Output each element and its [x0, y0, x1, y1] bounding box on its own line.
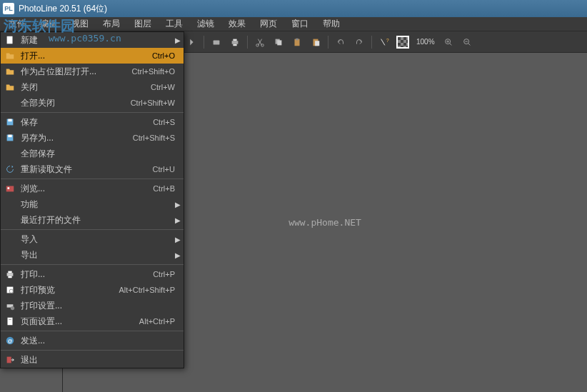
menubar: 文件 编辑 视图 布局 图层 工具 滤镜 效果 网页 窗口 帮助	[0, 17, 587, 31]
menu-item-label: 关闭	[19, 81, 151, 94]
menu-item-label: 打印预览	[19, 284, 119, 296]
separator	[328, 36, 328, 49]
menu-separator	[1, 229, 184, 230]
svg-rect-35	[8, 187, 10, 189]
menu-layer[interactable]: 图层	[127, 16, 159, 31]
menu-file[interactable]: 文件	[1, 16, 33, 31]
menu-edit[interactable]: 编辑	[33, 16, 64, 31]
print-icon	[1, 269, 19, 279]
zoom-in-button[interactable]	[441, 34, 456, 50]
page-icon	[1, 316, 19, 326]
menu-item-label: 发送...	[19, 335, 184, 347]
menu-separator	[1, 179, 184, 179]
svg-point-42	[11, 306, 14, 310]
setup-icon	[1, 301, 19, 311]
menu-item-shortcut: Alt+Ctrl+P	[139, 317, 184, 326]
svg-rect-20	[315, 41, 319, 46]
menu-item-label: 退出	[19, 354, 184, 366]
menu-item-label: 打印设置...	[19, 300, 184, 312]
menu-item-6[interactable]: 保存Ctrl+S	[1, 114, 184, 130]
menu-item-label: 功能	[19, 198, 172, 211]
open-icon	[1, 66, 19, 76]
menu-item-shortcut: Ctrl+W	[151, 83, 184, 91]
svg-rect-38	[8, 276, 11, 278]
open-icon	[1, 51, 19, 61]
new-icon	[1, 35, 19, 45]
watermark-center: www.pHome.NET	[289, 217, 361, 228]
menu-item-label: 全部关闭	[19, 97, 131, 109]
menu-item-20[interactable]: 打印设置...	[1, 298, 184, 313]
menu-item-shortcut: Ctrl+U	[153, 165, 184, 174]
svg-line-27	[468, 43, 470, 45]
menu-separator	[1, 350, 184, 351]
menu-item-label: 保存	[19, 116, 153, 129]
next-button[interactable]	[184, 34, 199, 50]
svg-rect-29	[7, 36, 13, 44]
exit-icon	[1, 355, 19, 365]
print-button[interactable]	[227, 34, 243, 50]
submenu-arrow-icon: ▶	[172, 251, 184, 259]
menu-web[interactable]: 网页	[253, 16, 284, 31]
cut-button[interactable]	[252, 34, 268, 50]
titlebar: PL PhotoLine 20.51 (64位)	[0, 0, 587, 17]
svg-rect-36	[7, 273, 14, 276]
menu-item-label: 导出	[19, 249, 172, 261]
menu-item-7[interactable]: 另存为...Ctrl+Shift+S	[1, 130, 184, 146]
help-button[interactable]: ?	[376, 34, 392, 50]
menu-effect[interactable]: 效果	[221, 16, 253, 31]
clipboard-button[interactable]	[308, 34, 323, 50]
menu-tool[interactable]: 工具	[159, 16, 190, 31]
menu-separator	[1, 264, 184, 265]
menu-item-shortcut: Ctrl+O	[152, 51, 184, 60]
svg-text:?: ?	[386, 38, 389, 43]
redo-button[interactable]	[351, 34, 367, 50]
menu-help[interactable]: 帮助	[316, 16, 347, 31]
menu-item-12[interactable]: 功能▶	[1, 196, 184, 212]
mail-icon: @	[1, 336, 19, 346]
menu-item-21[interactable]: 页面设置...Alt+Ctrl+P	[1, 313, 184, 329]
separator	[247, 36, 248, 49]
menu-item-8[interactable]: 全部保存	[1, 146, 184, 161]
zoom-out-button[interactable]	[459, 34, 475, 50]
scan-button[interactable]	[209, 34, 224, 50]
svg-rect-18	[296, 38, 298, 40]
svg-rect-16	[277, 40, 281, 45]
menu-item-25[interactable]: 退出	[1, 352, 184, 368]
menu-view[interactable]: 视图	[64, 16, 96, 31]
menu-item-23[interactable]: @发送...	[1, 333, 184, 348]
file-menu-dropdown: 新建▶打开...Ctrl+O作为占位图层打开...Ctrl+Shift+O关闭C…	[0, 31, 184, 368]
menu-item-label: 浏览...	[19, 183, 153, 195]
svg-rect-43	[8, 318, 13, 326]
menu-item-label: 新建	[19, 34, 172, 46]
svg-rect-31	[8, 119, 11, 122]
transparency-button[interactable]	[395, 34, 411, 50]
menu-item-15[interactable]: 导入▶	[1, 231, 184, 247]
menu-item-18[interactable]: 打印...Ctrl+P	[1, 266, 184, 282]
menu-item-1[interactable]: 打开...Ctrl+O	[1, 48, 184, 64]
app-icon: PL	[3, 3, 14, 14]
menu-item-2[interactable]: 作为占位图层打开...Ctrl+Shift+O	[1, 64, 184, 79]
menu-item-9[interactable]: 重新读取文件Ctrl+U	[1, 161, 184, 177]
svg-rect-33	[8, 135, 11, 138]
svg-rect-9	[214, 40, 220, 44]
paste-button[interactable]	[289, 34, 305, 50]
copy-button[interactable]	[271, 34, 286, 50]
menu-item-shortcut: Ctrl+Shift+O	[131, 67, 184, 76]
menu-item-0[interactable]: 新建▶	[1, 32, 184, 48]
menu-item-shortcut: Ctrl+Shift+W	[131, 99, 184, 107]
menu-item-label: 全部保存	[19, 148, 184, 160]
svg-text:@: @	[7, 338, 12, 343]
undo-button[interactable]	[333, 34, 348, 50]
zoom-label: 100%	[413, 38, 438, 46]
menu-layout[interactable]: 布局	[96, 16, 127, 31]
menu-item-4[interactable]: 全部关闭Ctrl+Shift+W	[1, 95, 184, 111]
menu-filter[interactable]: 滤镜	[190, 16, 221, 31]
window-title: PhotoLine 20.51 (64位)	[19, 3, 107, 15]
menu-item-3[interactable]: 关闭Ctrl+W	[1, 79, 184, 95]
menu-item-13[interactable]: 最近打开的文件▶	[1, 212, 184, 228]
menu-item-label: 另存为...	[19, 132, 133, 144]
menu-item-11[interactable]: 浏览...Ctrl+B	[1, 181, 184, 196]
menu-item-16[interactable]: 导出▶	[1, 247, 184, 263]
menu-item-19[interactable]: 打印预览Alt+Ctrl+Shift+P	[1, 282, 184, 298]
menu-window[interactable]: 窗口	[284, 16, 316, 31]
